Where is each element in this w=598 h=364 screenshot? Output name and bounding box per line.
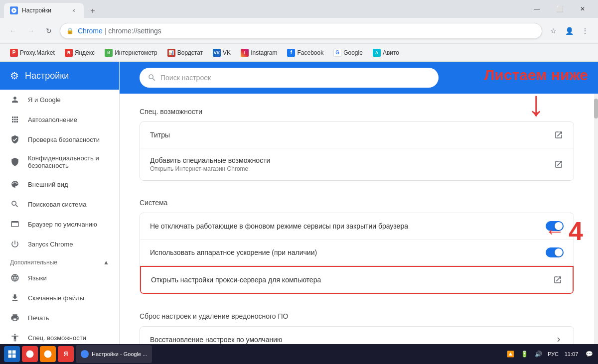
sidebar-item-search[interactable]: Поисковая система <box>0 194 119 214</box>
restore-defaults-chevron <box>554 335 564 344</box>
restore-defaults-row[interactable]: Восстановление настроек по умолчанию <box>140 327 574 344</box>
sidebar-label-browser: Браузер по умолчанию <box>28 221 97 228</box>
sidebar-item-ya-google[interactable]: Я и Google <box>0 90 119 110</box>
bookmark-facebook[interactable]: f Facebook <box>283 47 327 59</box>
sidebar: ⚙ Настройки Я и Google Автозаполнение <box>0 62 120 344</box>
settings-search-bar[interactable]: Поиск настроек <box>140 68 439 88</box>
bookmark-proxy-market[interactable]: P Proxy.Market <box>6 47 59 59</box>
window-controls: — ⬜ ✕ <box>525 0 594 18</box>
bookmark-internetometer[interactable]: И Интернетометр <box>101 47 161 59</box>
back-button[interactable]: ← <box>6 24 20 38</box>
new-tab-button[interactable]: + <box>86 4 100 18</box>
content-scrollbar[interactable] <box>594 94 598 344</box>
active-tab[interactable]: Настройки × <box>4 3 84 18</box>
windows-start-button[interactable] <box>4 346 20 362</box>
sidebar-title: Настройки <box>25 71 69 81</box>
bookmark-label-google: Google <box>343 49 363 56</box>
globe-icon <box>10 273 20 283</box>
bookmark-yandex[interactable]: Я Яндекс <box>61 47 99 59</box>
bookmark-favicon-inet: И <box>105 49 113 57</box>
advanced-section-title: Дополнительные <box>10 259 57 266</box>
menu-button[interactable]: ⋮ <box>578 24 592 38</box>
maximize-button[interactable]: ⬜ <box>548 0 571 18</box>
sidebar-label-security: Проверка безопасности <box>28 136 100 143</box>
taskbar: Я Настройки - Google ... 🔼 🔋 🔊 РУС 11:07… <box>0 344 598 364</box>
tab-favicon <box>10 6 18 14</box>
proxy-settings-row[interactable]: Открыть настройки прокси-сервера для ком… <box>140 266 574 294</box>
taskbar-firefox-icon[interactable] <box>22 346 38 362</box>
search-icon <box>10 199 20 209</box>
sidebar-item-privacy[interactable]: Конфиденциальность и безопасность <box>0 149 119 174</box>
close-button[interactable]: ✕ <box>571 0 594 18</box>
captions-row[interactable]: Титры <box>140 122 574 148</box>
hardware-accel-toggle[interactable] <box>546 247 564 257</box>
security-icon: 🔒 <box>66 27 74 34</box>
background-services-row[interactable]: Не отключать работающие в фоновом режиме… <box>140 213 574 240</box>
taskbar-chrome-label: Настройки - Google ... <box>92 351 147 357</box>
bookmark-label-fb: Facebook <box>297 49 323 56</box>
title-bar: Настройки × + — ⬜ ✕ <box>0 0 598 18</box>
refresh-button[interactable]: ↻ <box>42 24 56 38</box>
bookmark-instagram[interactable]: I Instagram <box>237 47 281 59</box>
settings-content: Спец. возможности Титры Добавить специал… <box>120 94 594 344</box>
bookmark-wordstat[interactable]: 📊 Вордстат <box>163 47 207 59</box>
bookmark-favicon-google: G <box>333 49 341 57</box>
advanced-section-label[interactable]: Дополнительные ▲ <box>0 254 119 268</box>
hardware-accel-label: Использовать аппаратное ускорение (при н… <box>150 248 546 256</box>
bookmark-google[interactable]: G Google <box>329 47 367 59</box>
search-bar-icon <box>148 73 156 82</box>
sidebar-item-browser[interactable]: Браузер по умолчанию <box>0 214 119 234</box>
search-placeholder: Поиск настроек <box>160 74 431 82</box>
bookmark-avito[interactable]: А Авито <box>369 47 403 59</box>
tray-time: 11:07 <box>563 351 580 357</box>
captions-external-icon <box>554 130 564 140</box>
content-scroll-thumb <box>594 99 598 119</box>
sidebar-label-privacy: Конфиденциальность и безопасность <box>28 154 109 169</box>
tray-network-icon: 🔼 <box>506 349 516 359</box>
download-icon <box>10 293 20 303</box>
sidebar-item-appearance[interactable]: Внешний вид <box>0 174 119 194</box>
settings-icon: ⚙ <box>10 70 19 82</box>
bookmark-favicon-vk: VK <box>213 49 221 57</box>
forward-button[interactable]: → <box>24 24 38 38</box>
taskbar-tray: 🔼 🔋 🔊 РУС 11:07 💬 <box>506 349 594 359</box>
add-special-row[interactable]: Добавить специальные возможности Открыть… <box>140 148 574 180</box>
tray-notification-icon: 💬 <box>584 349 594 359</box>
sidebar-label-downloads: Скачанные файлы <box>28 294 84 302</box>
bookmarks-bar: P Proxy.Market Я Яндекс И Интернетометр … <box>0 44 598 62</box>
url-bar[interactable]: 🔒 Chrome | chrome://settings <box>60 23 542 39</box>
print-icon <box>10 313 20 323</box>
sidebar-item-print[interactable]: Печать <box>0 308 119 328</box>
bookmark-favicon-avito: А <box>373 49 381 57</box>
taskbar-chrome-item[interactable]: Настройки - Google ... <box>76 345 152 363</box>
bookmark-label-avito: Авито <box>383 49 399 56</box>
bookmark-vk[interactable]: VK VK <box>209 47 235 59</box>
taskbar-chrome-icon <box>81 350 89 358</box>
hardware-accel-row[interactable]: Использовать аппаратное ускорение (при н… <box>140 240 574 266</box>
sidebar-item-autofill[interactable]: Автозаполнение <box>0 110 119 129</box>
address-actions: ☆ 👤 ⋮ <box>546 24 592 38</box>
sidebar-item-downloads[interactable]: Скачанные файлы <box>0 288 119 308</box>
background-services-toggle[interactable] <box>546 221 564 231</box>
bookmark-label-vk: VK <box>223 49 231 56</box>
sidebar-item-startup[interactable]: Запуск Chrome <box>0 234 119 254</box>
sidebar-item-languages[interactable]: Языки <box>0 268 119 288</box>
sidebar-item-security[interactable]: Проверка безопасности <box>0 129 119 149</box>
bookmark-favicon-word: 📊 <box>167 49 175 57</box>
taskbar-orange-icon[interactable] <box>40 346 56 362</box>
profile-button[interactable]: 👤 <box>562 24 576 38</box>
minimize-button[interactable]: — <box>525 0 548 18</box>
add-special-sublabel: Открыть Интернет-магазин Chrome <box>150 165 554 172</box>
sidebar-label-search: Поисковая система <box>28 201 87 208</box>
url-display: Chrome | chrome://settings <box>78 27 536 35</box>
reset-section-title: Сброс настроек и удаление вредоносного П… <box>140 298 574 326</box>
tab-close-button[interactable]: × <box>70 6 78 14</box>
browser-icon <box>10 219 20 229</box>
taskbar-yandex-icon[interactable]: Я <box>58 346 74 362</box>
tray-language: РУС <box>548 351 559 357</box>
sidebar-item-accessibility[interactable]: Спец. возможности <box>0 328 119 344</box>
sidebar-header: ⚙ Настройки <box>0 62 119 90</box>
sidebar-label-startup: Запуск Chrome <box>28 241 73 248</box>
bookmark-button[interactable]: ☆ <box>546 24 560 38</box>
tab-strip: Настройки × + <box>4 0 100 18</box>
